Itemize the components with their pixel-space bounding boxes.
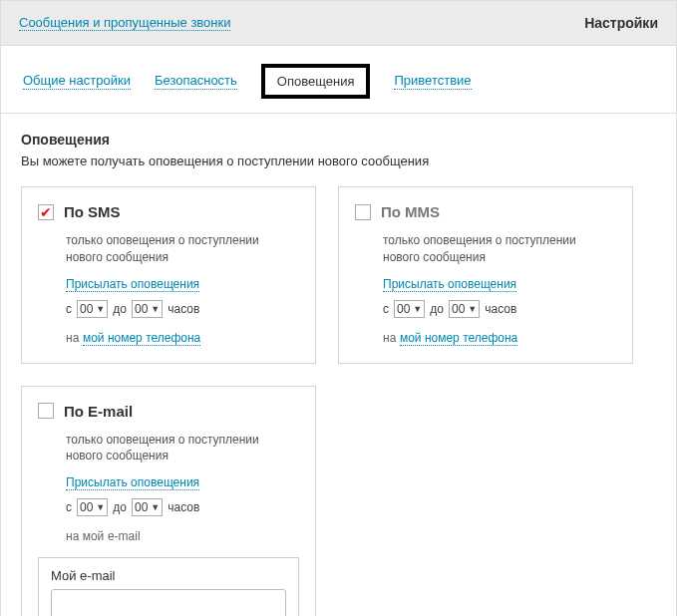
email-send-link[interactable]: Присылать оповещения (66, 475, 199, 490)
select-value: 00 (452, 302, 465, 316)
label-to: до (113, 500, 127, 514)
sms-send-link[interactable]: Присылать оповещения (66, 277, 199, 292)
chevron-down-icon: ▼ (96, 502, 105, 512)
section-desc: Вы можете получать оповещения о поступле… (21, 154, 656, 168)
select-value: 00 (397, 302, 410, 316)
checkbox-sms[interactable]: ✔ (38, 204, 54, 220)
select-value: 00 (80, 302, 93, 316)
chevron-down-icon: ▼ (468, 304, 477, 314)
checkbox-email[interactable] (38, 403, 54, 419)
sms-time-from-select[interactable]: 00 ▼ (77, 300, 108, 318)
sms-time-to-select[interactable]: 00 ▼ (132, 300, 163, 318)
panel-mms-title: По MMS (381, 203, 440, 220)
panel-mms-sub: только оповещения о поступлении нового с… (383, 232, 616, 266)
label-from: с (66, 302, 72, 316)
email-input-box: Мой e-mail (38, 557, 299, 616)
select-value: 00 (135, 302, 148, 316)
email-time-row: с 00 ▼ до 00 ▼ часов (66, 498, 299, 516)
settings-title: Настройки (584, 15, 658, 31)
tabs-bar: Общие настройки Безопасность Оповещения … (1, 46, 676, 114)
label-to-my: на мой (66, 529, 104, 543)
sms-time-row: с 00 ▼ до 00 ▼ часов (66, 300, 299, 318)
label-hours: часов (168, 500, 199, 514)
panel-sms: ✔ По SMS только оповещения о поступлении… (21, 186, 316, 364)
tab-greeting[interactable]: Приветствие (394, 73, 471, 90)
section-title: Оповещения (21, 132, 656, 148)
mms-phone-link[interactable]: мой номер телефона (400, 331, 517, 346)
mms-send-link[interactable]: Присылать оповещения (383, 277, 516, 292)
mms-time-to-select[interactable]: 00 ▼ (449, 300, 480, 318)
label-to: до (113, 302, 127, 316)
panel-email-sub: только оповещения о поступлении нового с… (66, 432, 299, 465)
chevron-down-icon: ▼ (151, 502, 160, 512)
panel-sms-sub: только оповещения о поступлении нового с… (66, 232, 299, 266)
chevron-down-icon: ▼ (151, 304, 160, 314)
label-to-prefix: на (66, 331, 79, 345)
tab-security[interactable]: Безопасность (155, 73, 237, 90)
top-bar: Сообщения и пропущенные звонки Настройки (1, 1, 676, 46)
email-field[interactable] (51, 589, 286, 616)
chevron-down-icon: ▼ (413, 304, 422, 314)
email-time-from-select[interactable]: 00 ▼ (77, 498, 108, 516)
mms-time-row: с 00 ▼ до 00 ▼ часов (383, 300, 616, 318)
tab-notifications[interactable]: Оповещения (261, 64, 371, 99)
label-from: с (383, 302, 389, 316)
breadcrumb-link[interactable]: Сообщения и пропущенные звонки (19, 15, 230, 31)
mms-time-from-select[interactable]: 00 ▼ (394, 300, 425, 318)
email-time-to-select[interactable]: 00 ▼ (132, 498, 163, 516)
email-suffix: e-mail (108, 529, 141, 543)
label-to-prefix: на (383, 331, 396, 345)
checkbox-mms[interactable] (355, 204, 371, 220)
label-hours: часов (485, 302, 516, 316)
panel-mms: По MMS только оповещения о поступлении н… (338, 186, 633, 364)
chevron-down-icon: ▼ (96, 304, 105, 314)
panel-email: По E-mail только оповещения о поступлени… (21, 386, 316, 616)
email-field-label: Мой e-mail (51, 568, 286, 583)
select-value: 00 (80, 500, 93, 514)
label-to: до (430, 302, 444, 316)
sms-phone-link[interactable]: мой номер телефона (83, 331, 200, 346)
tab-general[interactable]: Общие настройки (23, 73, 131, 90)
label-hours: часов (168, 302, 199, 316)
panel-email-title: По E-mail (64, 403, 133, 420)
panel-sms-title: По SMS (64, 203, 121, 220)
label-from: с (66, 500, 72, 514)
select-value: 00 (135, 500, 148, 514)
